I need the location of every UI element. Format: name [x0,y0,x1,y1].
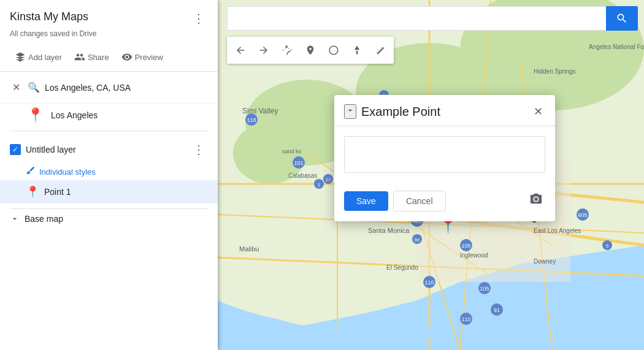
basemap-chevron-icon [10,214,20,224]
svg-text:El Segundo: El Segundo [386,264,418,271]
dialog-close-button[interactable]: ✕ [531,102,545,121]
layer-name: Untitled layer [26,145,76,154]
basemap-section[interactable]: Base map [0,209,218,229]
styles-icon [26,165,36,178]
location-pin-icon: 📍 [27,107,44,123]
map-toolbar [227,37,394,64]
top-search-button[interactable] [606,6,638,31]
individual-styles-label: Individual styles [39,167,96,177]
layer-checkbox[interactable]: ✓ [10,144,21,155]
toolbar-marker-button[interactable] [299,39,321,61]
dialog-camera-button[interactable] [527,190,545,211]
preview-button[interactable]: Preview [117,48,168,66]
layer-section: ✓ Untitled layer ⋮ Individual styles 📍 P… [0,131,218,208]
location-item: 📍 Los Angeles [0,104,218,131]
svg-text:27: 27 [326,177,331,183]
dialog-body [334,126,555,185]
basemap-label: Base map [25,214,63,224]
search-icon [616,12,628,25]
add-layer-button[interactable]: Add layer [10,48,67,66]
layer-title-row: ✓ Untitled layer [10,144,76,155]
sidebar-subtitle: All changes saved in Drive [0,29,218,43]
svg-text:5: 5 [606,243,609,249]
toolbar-hand-button[interactable] [276,39,298,61]
share-button[interactable]: Share [69,48,114,66]
svg-text:110: 110 [461,316,470,322]
svg-text:105: 105 [480,286,489,292]
location-name: Los Angeles [51,110,98,120]
layer-header: ✓ Untitled layer ⋮ [0,136,218,163]
point-item[interactable]: 📍 Point 1 [0,180,218,204]
top-search-input[interactable] [227,6,606,31]
layer-menu-button[interactable]: ⋮ [190,141,208,158]
preview-icon [121,51,132,63]
svg-text:Calabasas: Calabasas [288,172,317,179]
dialog-title-row: Example Point [344,104,440,119]
svg-rect-75 [356,51,358,55]
svg-text:90: 90 [415,237,420,243]
search-query: Los Angeles, CA, USA [45,83,208,93]
toolbar-back-button[interactable] [229,39,251,61]
svg-text:101: 101 [294,160,303,166]
sidebar-actions: Add layer Share Preview [0,43,218,72]
add-layer-icon [15,51,26,63]
search-close-button[interactable]: ✕ [10,79,23,96]
point-pin-icon: 📍 [26,185,39,199]
svg-text:91: 91 [494,307,500,313]
preview-label: Preview [135,53,163,62]
individual-styles-row[interactable]: Individual styles [0,163,218,180]
svg-text:110: 110 [424,280,434,286]
sidebar-header: Kinsta My Maps ⋮ [0,0,218,27]
svg-text:605: 605 [578,212,587,218]
svg-text:1: 1 [318,182,321,188]
toolbar-line-button[interactable] [346,39,368,61]
search-area: ✕ 🔍 Los Angeles, CA, USA [0,72,218,104]
share-label: Share [88,53,109,62]
dialog-footer: Save Cancel [334,185,555,221]
share-icon [74,51,85,63]
svg-text:Santa Monica: Santa Monica [368,227,410,234]
svg-text:Hidden Springs: Hidden Springs [534,68,575,75]
toolbar-shape-button[interactable] [323,39,345,61]
svg-text:sand ks: sand ks [282,148,302,154]
svg-text:118: 118 [247,117,256,123]
toolbar-forward-button[interactable] [253,39,275,61]
sidebar: Kinsta My Maps ⋮ All changes saved in Dr… [0,0,218,350]
dialog-description-input[interactable] [344,136,545,173]
dialog-collapse-button[interactable] [344,104,356,119]
svg-text:Angeles National Forest: Angeles National Forest [589,44,644,50]
svg-text:Malibu: Malibu [239,245,259,253]
toolbar-ruler-button[interactable] [369,39,391,61]
add-layer-label: Add layer [28,53,62,62]
svg-text:East Los Angeles: East Los Angeles [534,227,581,234]
svg-text:Simi Valley: Simi Valley [242,107,278,115]
dialog-title: Example Point [361,105,440,119]
edit-point-dialog: Example Point ✕ Save Cancel [334,95,555,221]
sidebar-menu-button[interactable]: ⋮ [190,10,208,27]
dialog-save-button[interactable]: Save [344,191,388,211]
dialog-cancel-button[interactable]: Cancel [393,191,446,211]
point-name: Point 1 [44,187,71,197]
sidebar-title: Kinsta My Maps [10,10,88,24]
svg-text:105: 105 [461,243,470,249]
svg-text:Inglewood: Inglewood [460,252,488,259]
dialog-header: Example Point ✕ [334,95,555,126]
search-icon: 🔍 [28,82,40,93]
top-search-bar [227,6,638,31]
svg-text:Downey: Downey [534,258,556,265]
